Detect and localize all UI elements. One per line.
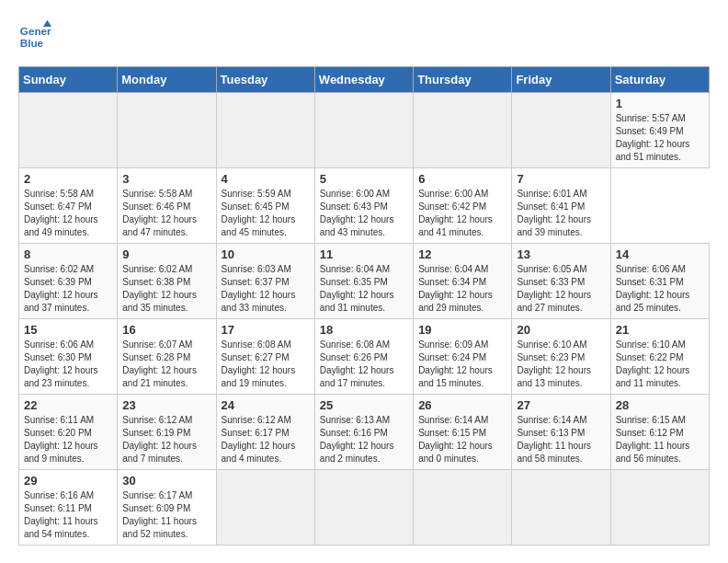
calendar-day-cell: 2Sunrise: 5:58 AMSunset: 6:47 PMDaylight… (19, 168, 118, 244)
header-saturday: Saturday (610, 67, 709, 93)
day-info: Sunrise: 6:17 AMSunset: 6:09 PMDaylight:… (122, 489, 210, 541)
calendar-day-cell: 10Sunrise: 6:03 AMSunset: 6:37 PMDayligh… (216, 244, 314, 319)
day-info: Sunrise: 6:04 AMSunset: 6:34 PMDaylight:… (418, 263, 506, 315)
day-info: Sunrise: 5:58 AMSunset: 6:47 PMDaylight:… (24, 188, 112, 239)
calendar-header-row: SundayMondayTuesdayWednesdayThursdayFrid… (19, 67, 710, 93)
calendar-day-cell: 5Sunrise: 6:00 AMSunset: 6:43 PMDaylight… (314, 168, 413, 244)
day-info: Sunrise: 6:08 AMSunset: 6:26 PMDaylight:… (320, 339, 408, 390)
calendar-day-cell: 3Sunrise: 5:58 AMSunset: 6:46 PMDaylight… (118, 168, 216, 244)
day-number: 24 (222, 398, 310, 412)
day-number: 2 (24, 172, 112, 186)
day-number: 1 (616, 97, 704, 110)
day-info: Sunrise: 5:58 AMSunset: 6:46 PMDaylight:… (122, 188, 210, 239)
header-thursday: Thursday (414, 67, 512, 93)
calendar-day-cell: 14Sunrise: 6:06 AMSunset: 6:31 PMDayligh… (610, 244, 709, 319)
empty-cell (414, 93, 512, 168)
calendar-day-cell: 4Sunrise: 5:59 AMSunset: 6:45 PMDaylight… (216, 168, 314, 244)
day-number: 29 (24, 474, 112, 488)
day-info: Sunrise: 6:10 AMSunset: 6:22 PMDaylight:… (616, 339, 704, 390)
day-info: Sunrise: 6:02 AMSunset: 6:39 PMDaylight:… (24, 263, 112, 315)
day-number: 20 (517, 323, 605, 337)
empty-cell (216, 93, 314, 168)
calendar-day-cell: 18Sunrise: 6:08 AMSunset: 6:26 PMDayligh… (314, 319, 413, 395)
svg-text:Blue: Blue (20, 37, 44, 49)
day-number: 22 (24, 398, 112, 412)
empty-cell (314, 470, 413, 546)
day-info: Sunrise: 5:57 AMSunset: 6:49 PMDaylight:… (616, 112, 704, 164)
empty-cell (19, 93, 118, 168)
day-number: 9 (122, 247, 210, 261)
day-number: 26 (418, 398, 506, 412)
day-number: 23 (122, 398, 210, 412)
calendar-day-cell: 29Sunrise: 6:16 AMSunset: 6:11 PMDayligh… (19, 470, 118, 546)
day-info: Sunrise: 6:06 AMSunset: 6:31 PMDaylight:… (616, 263, 704, 315)
day-info: Sunrise: 6:02 AMSunset: 6:38 PMDaylight:… (122, 263, 210, 315)
day-info: Sunrise: 5:59 AMSunset: 6:45 PMDaylight:… (222, 188, 310, 239)
day-info: Sunrise: 6:00 AMSunset: 6:43 PMDaylight:… (320, 188, 408, 239)
calendar-day-cell: 26Sunrise: 6:14 AMSunset: 6:15 PMDayligh… (414, 395, 512, 470)
day-number: 4 (222, 172, 310, 186)
day-number: 6 (418, 172, 506, 186)
calendar-day-cell: 28Sunrise: 6:15 AMSunset: 6:12 PMDayligh… (610, 395, 709, 470)
day-number: 30 (122, 474, 210, 488)
day-info: Sunrise: 6:12 AMSunset: 6:19 PMDaylight:… (122, 414, 210, 465)
day-info: Sunrise: 6:09 AMSunset: 6:24 PMDaylight:… (418, 339, 506, 390)
header-sunday: Sunday (19, 67, 118, 93)
day-number: 12 (418, 247, 506, 261)
day-number: 25 (320, 398, 408, 412)
logo: General Blue (18, 18, 57, 52)
day-info: Sunrise: 6:00 AMSunset: 6:42 PMDaylight:… (418, 188, 506, 239)
page-header: General Blue (18, 18, 710, 52)
calendar-week-row: 22Sunrise: 6:11 AMSunset: 6:20 PMDayligh… (19, 395, 710, 470)
calendar-day-cell: 25Sunrise: 6:13 AMSunset: 6:16 PMDayligh… (314, 395, 413, 470)
day-info: Sunrise: 6:01 AMSunset: 6:41 PMDaylight:… (517, 188, 605, 239)
calendar-day-cell: 1Sunrise: 5:57 AMSunset: 6:49 PMDaylight… (610, 93, 709, 168)
day-info: Sunrise: 6:13 AMSunset: 6:16 PMDaylight:… (320, 414, 408, 465)
day-info: Sunrise: 6:12 AMSunset: 6:17 PMDaylight:… (222, 414, 310, 465)
calendar-day-cell: 6Sunrise: 6:00 AMSunset: 6:42 PMDaylight… (414, 168, 512, 244)
day-number: 10 (222, 247, 310, 261)
calendar-day-cell: 15Sunrise: 6:06 AMSunset: 6:30 PMDayligh… (19, 319, 118, 395)
calendar-week-row: 8Sunrise: 6:02 AMSunset: 6:39 PMDaylight… (19, 244, 710, 319)
day-info: Sunrise: 6:06 AMSunset: 6:30 PMDaylight:… (24, 339, 112, 390)
day-number: 13 (517, 247, 605, 261)
calendar-day-cell: 8Sunrise: 6:02 AMSunset: 6:39 PMDaylight… (19, 244, 118, 319)
empty-cell (118, 93, 216, 168)
day-info: Sunrise: 6:14 AMSunset: 6:15 PMDaylight:… (418, 414, 506, 465)
header-wednesday: Wednesday (314, 67, 413, 93)
svg-marker-2 (43, 20, 51, 27)
day-number: 27 (517, 398, 605, 412)
calendar-week-row: 1Sunrise: 5:57 AMSunset: 6:49 PMDaylight… (19, 93, 710, 168)
empty-cell (414, 470, 512, 546)
calendar-day-cell: 7Sunrise: 6:01 AMSunset: 6:41 PMDaylight… (512, 168, 610, 244)
day-number: 28 (616, 398, 704, 412)
empty-cell (314, 93, 413, 168)
calendar-day-cell: 12Sunrise: 6:04 AMSunset: 6:34 PMDayligh… (414, 244, 512, 319)
day-number: 5 (320, 172, 408, 186)
logo-icon: General Blue (18, 18, 51, 52)
day-number: 21 (616, 323, 704, 337)
day-number: 11 (320, 247, 408, 261)
calendar-day-cell: 19Sunrise: 6:09 AMSunset: 6:24 PMDayligh… (414, 319, 512, 395)
calendar-day-cell: 17Sunrise: 6:08 AMSunset: 6:27 PMDayligh… (216, 319, 314, 395)
empty-cell (610, 470, 709, 546)
day-number: 3 (122, 172, 210, 186)
day-number: 18 (320, 323, 408, 337)
day-info: Sunrise: 6:08 AMSunset: 6:27 PMDaylight:… (222, 339, 310, 390)
day-number: 17 (222, 323, 310, 337)
header-tuesday: Tuesday (216, 67, 314, 93)
calendar-week-row: 15Sunrise: 6:06 AMSunset: 6:30 PMDayligh… (19, 319, 710, 395)
empty-cell (512, 93, 610, 168)
calendar-day-cell: 30Sunrise: 6:17 AMSunset: 6:09 PMDayligh… (118, 470, 216, 546)
day-info: Sunrise: 6:15 AMSunset: 6:12 PMDaylight:… (616, 414, 704, 465)
header-monday: Monday (118, 67, 216, 93)
day-info: Sunrise: 6:05 AMSunset: 6:33 PMDaylight:… (517, 263, 605, 315)
calendar-day-cell: 11Sunrise: 6:04 AMSunset: 6:35 PMDayligh… (314, 244, 413, 319)
calendar-day-cell: 24Sunrise: 6:12 AMSunset: 6:17 PMDayligh… (216, 395, 314, 470)
calendar-table: SundayMondayTuesdayWednesdayThursdayFrid… (18, 66, 710, 546)
day-info: Sunrise: 6:07 AMSunset: 6:28 PMDaylight:… (122, 339, 210, 390)
day-info: Sunrise: 6:16 AMSunset: 6:11 PMDaylight:… (24, 489, 112, 541)
day-info: Sunrise: 6:03 AMSunset: 6:37 PMDaylight:… (222, 263, 310, 315)
day-number: 15 (24, 323, 112, 337)
calendar-day-cell: 27Sunrise: 6:14 AMSunset: 6:13 PMDayligh… (512, 395, 610, 470)
